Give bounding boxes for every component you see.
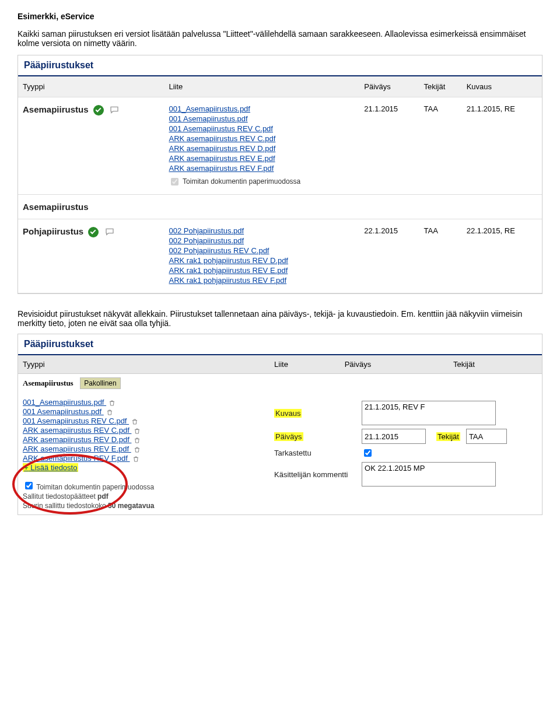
cell-liite: [164, 195, 359, 219]
mid-text: Revisioidut piirustukset näkyvät allekka…: [18, 309, 542, 328]
col-tekijat: Tekijät: [419, 76, 462, 97]
cell-kuvaus: 21.1.2015, RE: [462, 97, 542, 195]
edit-table: Tyyppi Liite Päiväys Tekijät Asemapiirus…: [18, 355, 542, 514]
file-link[interactable]: ARK asemapiirustus REV D.pdf: [169, 144, 355, 153]
col-tyyppi: Tyyppi: [18, 76, 164, 97]
file-link[interactable]: 001_Asemapiirustus.pdf: [23, 398, 265, 407]
label-kommentti: Käsittelijän kommentti: [274, 470, 362, 479]
file-link[interactable]: ARK asemapiirustus REV D.pdf: [23, 435, 265, 444]
row-type: Asemapiirustus: [23, 379, 74, 387]
badge-pakollinen: Pakollinen: [80, 377, 120, 389]
tarkastettu-checkbox[interactable]: [364, 449, 372, 457]
paper-checkbox-row[interactable]: Toimitan dokumentin paperimuodossa: [23, 483, 154, 491]
file-link[interactable]: ARK asemapiirustus REV F.pdf: [23, 454, 265, 463]
cell-tekijat: TAA: [419, 219, 462, 293]
col-paivays: Päiväys: [359, 76, 419, 97]
comment-icon[interactable]: [105, 227, 114, 238]
col-tyyppi: Tyyppi: [18, 355, 270, 374]
page-title: Esimerkki, eService: [18, 12, 542, 21]
section-heading: Pääpiirustukset: [18, 334, 542, 352]
panel-paapiirustukset-edit: Pääpiirustukset Tyyppi Liite Päiväys Tek…: [18, 334, 542, 515]
paivays-input[interactable]: [362, 429, 426, 444]
trash-icon[interactable]: [134, 428, 141, 435]
cell-liite: 001_Asemapiirustus.pdf001 Asemapiirustus…: [164, 97, 359, 195]
trash-icon[interactable]: [106, 409, 113, 416]
file-link[interactable]: ARK asemapiirustus REV C.pdf: [23, 426, 265, 435]
trash-icon[interactable]: [131, 418, 138, 425]
cell-kuvaus: 22.1.2015, RE: [462, 219, 542, 293]
trash-icon[interactable]: [134, 437, 141, 444]
paper-label: Toimitan dokumentin paperimuodossa: [36, 483, 154, 491]
table-row: Asemapiirustus 001_Asemapiirustus.pdf001…: [18, 97, 542, 195]
trash-icon[interactable]: [132, 456, 139, 463]
cell-paivays: 21.1.2015: [359, 97, 419, 195]
col-liite: Liite: [270, 355, 340, 374]
kuvaus-input[interactable]: [362, 401, 496, 425]
file-link[interactable]: ARK asemapiirustus REV E.pdf: [169, 154, 355, 163]
label-tarkastettu: Tarkastettu: [274, 449, 362, 457]
file-link[interactable]: ARK rak1 pohjapiirustus REV F.pdf: [169, 276, 355, 285]
file-link[interactable]: 001 Asemapiirustus.pdf: [23, 407, 265, 416]
file-link[interactable]: 002 Pohjapiirustus REV C.pdf: [169, 246, 355, 255]
panel-paapiirustukset-view: Pääpiirustukset Tyyppi Liite Päiväys Tek…: [18, 55, 542, 294]
allowed-ext: Sallitut tiedostopäätteet pdf: [23, 492, 265, 501]
paper-label: Toimitan dokumentin paperimuodossa: [183, 177, 300, 186]
file-link[interactable]: 001 Asemapiirustus.pdf: [169, 114, 355, 123]
file-link[interactable]: 001_Asemapiirustus.pdf: [169, 104, 355, 113]
col-paivays: Päiväys: [340, 355, 449, 374]
attachments-table: Tyyppi Liite Päiväys Tekijät Kuvaus Asem…: [18, 76, 542, 293]
table-row: Pohjapiirustus 002 Pohjapiirustus.pdf002…: [18, 219, 542, 293]
file-link[interactable]: ARK asemapiirustus REV E.pdf: [23, 444, 265, 453]
plus-icon: +: [24, 463, 29, 472]
intro-text: Kaikki saman piirustuksen eri versiot li…: [18, 29, 542, 48]
cell-tyyppi: Pohjapiirustus: [18, 219, 164, 293]
label-kuvaus: Kuvaus: [274, 409, 302, 418]
label-paivays: Päiväys: [274, 432, 303, 441]
file-link[interactable]: 002 Pohjapiirustus.pdf: [169, 226, 355, 235]
cell-kuvaus: [462, 195, 542, 219]
paper-checkbox-row[interactable]: Toimitan dokumentin paperimuodossa: [169, 177, 300, 186]
col-tekijat: Tekijät: [449, 355, 542, 374]
file-link[interactable]: ARK rak1 pohjapiirustus REV E.pdf: [169, 266, 355, 275]
trash-icon[interactable]: [108, 400, 116, 407]
cell-tyyppi: Asemapiirustus: [18, 97, 164, 195]
col-liite: Liite: [164, 76, 359, 97]
paper-checkbox[interactable]: [25, 482, 33, 489]
table-row: Asemapiirustus: [18, 195, 542, 219]
tekijat-input[interactable]: [466, 429, 507, 444]
cell-liite: 002 Pohjapiirustus.pdf002 Pohjapiirustus…: [164, 219, 359, 293]
cell-tekijat: [419, 195, 462, 219]
cell-tekijat: TAA: [419, 97, 462, 195]
cell-paivays: 22.1.2015: [359, 219, 419, 293]
cell-tyyppi: Asemapiirustus: [18, 195, 164, 219]
file-link[interactable]: ARK asemapiirustus REV C.pdf: [169, 134, 355, 143]
cell-paivays: [359, 195, 419, 219]
ok-icon: [88, 227, 99, 237]
file-link[interactable]: ARK asemapiirustus REV F.pdf: [169, 164, 355, 173]
comment-icon[interactable]: [110, 105, 119, 116]
add-file-link[interactable]: + Lisää tiedosto: [23, 463, 265, 472]
file-link[interactable]: 001 Asemapiirustus REV C.pdf: [23, 416, 265, 425]
label-tekijat: Tekijät: [436, 432, 460, 441]
kommentti-input[interactable]: [362, 462, 496, 487]
paper-checkbox[interactable]: [171, 178, 178, 186]
section-heading: Pääpiirustukset: [18, 55, 542, 73]
max-size: Suurin sallittu tiedostokoko 50 megatavu…: [23, 502, 265, 510]
file-link[interactable]: ARK rak1 pohjapiirustus REV D.pdf: [169, 256, 355, 265]
file-link[interactable]: 001 Asemapiirustus REV C.pdf: [169, 124, 355, 133]
trash-icon[interactable]: [134, 446, 141, 453]
file-link[interactable]: 002 Pohjapiirustus.pdf: [169, 236, 355, 245]
col-kuvaus: Kuvaus: [462, 76, 542, 97]
ok-icon: [93, 105, 104, 116]
